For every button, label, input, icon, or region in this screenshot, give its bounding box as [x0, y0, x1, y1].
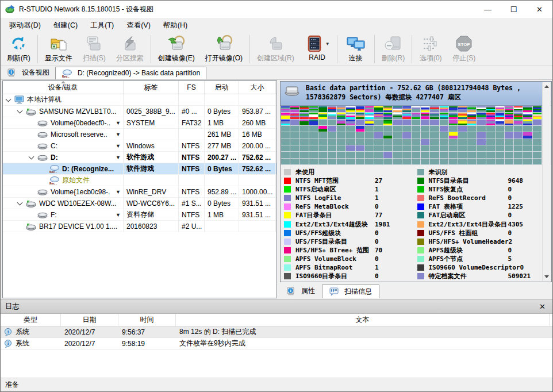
- toolbar-separator: [412, 35, 412, 63]
- toolbar-button-创建镜像E[interactable]: 创建镜像(E): [153, 33, 200, 66]
- boot-cell: [205, 175, 239, 186]
- close-button[interactable]: ✕: [527, 1, 552, 18]
- harddrive-icon: [26, 199, 36, 207]
- scroll-up-icon[interactable]: [544, 85, 549, 88]
- scan-block: [486, 106, 495, 112]
- table-row[interactable]: F:▼资料存储NTFS1 MB931.51 ...: [3, 209, 276, 221]
- column-header-3[interactable]: 启动: [205, 81, 239, 94]
- scan-block: [467, 139, 476, 145]
- menu-item-3[interactable]: 查看(V): [120, 18, 157, 33]
- table-row[interactable]: WDC WD10EZEX-08W...WD-WCC6Y6...#1 S...0 …: [3, 198, 276, 209]
- toolbar-button-刷新R[interactable]: 刷新(R): [2, 33, 36, 66]
- scan-block: [467, 132, 476, 138]
- table-row[interactable]: C:▼WindowsNTFS277 MB200.00 ...: [3, 140, 276, 152]
- column-header-0[interactable]: 设备/磁盘: [3, 81, 124, 94]
- table-row[interactable]: Rec.原始文件: [3, 175, 276, 186]
- column-header-4[interactable]: 大小: [239, 81, 276, 94]
- legend-left-column: 未使用NTFS MFT范围27NTFS启动扇区1NTFS LogFile1ReF…: [284, 168, 417, 280]
- scan-block: [514, 132, 523, 138]
- row-dropdown-icon[interactable]: ▼: [116, 143, 121, 149]
- legend-count: 27: [375, 177, 382, 185]
- log-row[interactable]: i系统2020/12/79:58:19文件枚举在9秒内完成: [1, 338, 552, 349]
- legend-color-chip: [284, 256, 291, 262]
- dropdown-arrow-icon[interactable]: ▼: [325, 41, 330, 47]
- toolbar-button-label: 创建镜像(E): [158, 53, 195, 63]
- boot-cell: 952.89 ...: [205, 186, 239, 197]
- log-close-icon[interactable]: ✕: [537, 302, 548, 311]
- scan-panel-scrollbar[interactable]: [542, 82, 551, 281]
- view-tab-bar: i设备视图Rec.D: (Recognized0) -> Basic data …: [1, 66, 552, 80]
- tab-device-view[interactable]: i设备视图: [2, 67, 55, 79]
- menu-item-0[interactable]: 驱动器(D): [3, 18, 47, 33]
- scan-block: [299, 126, 308, 132]
- log-column-header-3[interactable]: 文本: [176, 314, 550, 326]
- column-header-1[interactable]: 标签: [124, 81, 179, 94]
- toolbar-button-label: 扫描(S): [83, 53, 106, 63]
- log-column-header-0[interactable]: 类型: [1, 314, 61, 326]
- legend-count: 0: [375, 255, 379, 263]
- table-row[interactable]: 本地计算机: [3, 94, 276, 106]
- log-row[interactable]: i系统2020/12/79:56:378m 12s 的 D: 扫描已完成: [1, 326, 552, 338]
- scroll-down-icon[interactable]: [544, 275, 549, 278]
- scan-block: [505, 126, 513, 132]
- toolbar: 刷新(R)显示文件扫描(S)分区搜索创建镜像(E)打开镜像(O)创建区域(R)▼…: [1, 33, 552, 66]
- scan-block: [383, 145, 392, 151]
- row-dropdown-icon[interactable]: ▼: [116, 155, 121, 160]
- legend-label: Ext2/Ext3/Ext4超级块: [295, 220, 375, 229]
- toolbar-button-label: 分区搜索: [116, 53, 144, 63]
- column-header-2[interactable]: FS: [179, 81, 205, 94]
- row-dropdown-icon[interactable]: ▼: [116, 132, 121, 137]
- log-column-header-1[interactable]: 日期: [61, 314, 118, 326]
- tab-partition-scan[interactable]: Rec.D: (Recognized0) -> Basic data parti…: [55, 67, 206, 79]
- boot-cell: 0 Bytes: [205, 198, 239, 209]
- legend-item: FAT目录条目77: [284, 211, 417, 220]
- table-row[interactable]: Microsoft reserve..▼261 MB16 MB: [3, 129, 276, 140]
- menu-item-4[interactable]: 帮助(H): [157, 18, 194, 33]
- scan-block: [318, 113, 327, 118]
- tab-properties[interactable]: i属性: [280, 285, 322, 298]
- menu-item-1[interactable]: 创建(C): [47, 18, 84, 33]
- minimize-button[interactable]: —: [475, 1, 501, 18]
- device-table-header: 设备/磁盘标签FS启动大小: [3, 81, 276, 94]
- table-row[interactable]: BR17 DEVICE V1.00 1....20160823#2 U...: [3, 221, 276, 232]
- scan-block: [458, 159, 467, 164]
- menu-item-2[interactable]: 工具(T): [84, 18, 120, 33]
- table-row[interactable]: Volume{1ecb0c98-.▼WinRE_DRVNTFS952.89 ..…: [3, 186, 276, 198]
- maximize-button[interactable]: ☐: [501, 1, 527, 18]
- row-dropdown-icon[interactable]: ▼: [116, 120, 121, 126]
- expander-chevron-icon[interactable]: [29, 153, 34, 159]
- toolbar-button-连接[interactable]: 连接: [339, 33, 372, 66]
- scan-block: [440, 159, 448, 164]
- table-row[interactable]: Volume{0bedecf0-..▼SYSTEMFAT321 MB260 MB: [3, 117, 276, 129]
- scan-block: [477, 126, 485, 132]
- expander-chevron-icon[interactable]: [17, 107, 23, 113]
- scan-block: [458, 152, 467, 157]
- label-cell: 20160823: [124, 221, 179, 232]
- label-cell: 资料存储: [124, 209, 179, 220]
- legend-count: 509021: [508, 272, 531, 280]
- row-dropdown-icon[interactable]: ▼: [116, 212, 121, 218]
- table-row[interactable]: D:▼软件游戏NTFS200.27 ...752.62 ...: [3, 152, 276, 163]
- scan-block: [337, 120, 345, 125]
- scan-block: [318, 152, 327, 157]
- scan-block: [430, 139, 439, 145]
- scan-block: [458, 120, 467, 125]
- tab-scan-info[interactable]: 扫描信息: [322, 285, 379, 298]
- table-row[interactable]: Rec.D: (Recognize...软件游戏NTFS0 Bytes752.6…: [3, 163, 276, 175]
- volume-icon: [37, 119, 48, 126]
- toolbar-button-删除R: 删除(R): [377, 33, 410, 66]
- legend-item: NTFS目录条目9648: [417, 176, 551, 185]
- expander-chevron-icon[interactable]: [6, 96, 11, 102]
- toolbar-separator: [337, 35, 337, 63]
- scan-block: [486, 113, 495, 118]
- scan-block: [449, 120, 458, 125]
- toolbar-button-打开镜像O[interactable]: 打开镜像(O): [200, 33, 248, 66]
- row-dropdown-icon[interactable]: ▼: [116, 189, 121, 195]
- legend-label: Ext2/Ext3/Ext4目录条目: [429, 220, 508, 229]
- scan-block: [449, 152, 458, 157]
- toolbar-button-RAID[interactable]: ▼RAID: [299, 33, 335, 66]
- log-column-header-2[interactable]: 时间: [118, 314, 176, 326]
- table-row[interactable]: SAMSUNG MZVLB1T0...0025_388B_9...#0 ...0…: [3, 106, 276, 117]
- toolbar-button-显示文件[interactable]: 显示文件: [40, 33, 78, 66]
- expander-chevron-icon[interactable]: [17, 199, 23, 205]
